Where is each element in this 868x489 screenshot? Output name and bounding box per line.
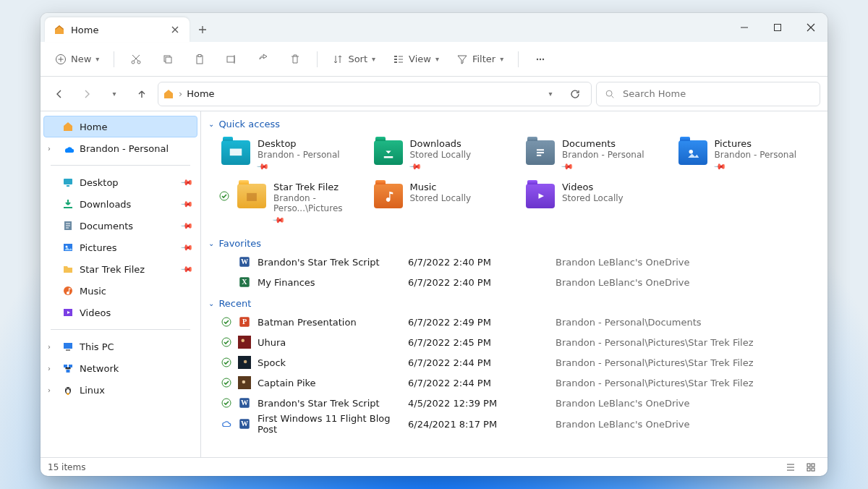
file-name: Batman Presentation	[258, 317, 405, 328]
filter-button-label: Filter	[472, 54, 495, 64]
file-name: First Windows 11 Flight Blog Post	[258, 413, 405, 435]
file-row[interactable]: Spock6/7/2022 2:44 PMBrandon - Personal\…	[218, 352, 823, 373]
file-row[interactable]: Captain Pike6/7/2022 2:44 PMBrandon - Pe…	[218, 373, 823, 393]
navigation-pane: Home›Brandon - PersonalDesktop📌Downloads…	[41, 111, 201, 457]
sidebar-item-documents[interactable]: Documents📌	[43, 215, 197, 237]
details-view-toggle[interactable]	[781, 460, 800, 475]
plus-circle-icon	[55, 54, 67, 65]
nav-recent-dropdown[interactable]: ▾	[103, 82, 126, 106]
sidebar-item-downloads[interactable]: Downloads📌	[43, 193, 197, 215]
sidebar-item-this pc[interactable]: ›This PC	[43, 336, 197, 357]
sidebar-item-label: Star Trek Filez	[80, 264, 145, 275]
sidebar-item-brandon - personal[interactable]: ›Brandon - Personal	[43, 137, 197, 159]
pin-icon: 📌	[408, 160, 422, 174]
item-subtitle: Stored Locally	[410, 193, 472, 203]
cut-button[interactable]	[122, 47, 150, 72]
section-quick-access-header[interactable]: ⌄Quick access	[205, 116, 823, 132]
svg-text:X: X	[242, 278, 247, 286]
sidebar-item-linux[interactable]: ›Linux	[43, 379, 197, 401]
sidebar-item-desktop[interactable]: Desktop📌	[43, 171, 197, 193]
tab-home[interactable]: Home	[45, 17, 190, 42]
section-recent-header[interactable]: ⌄Recent	[205, 295, 823, 312]
chevron-down-icon: ▾	[95, 55, 99, 63]
nav-forward-button[interactable]	[75, 82, 98, 106]
search-box[interactable]	[596, 82, 820, 106]
address-history-button[interactable]: ▾	[539, 82, 562, 106]
quick-access-item[interactable]: DesktopBrandon - Personal📌	[218, 135, 365, 176]
sidebar-item-pictures[interactable]: Pictures📌	[43, 237, 197, 258]
tiles-view-toggle[interactable]	[801, 460, 820, 475]
quick-access-item[interactable]: PicturesBrandon - Personal📌	[676, 135, 822, 176]
svg-rect-17	[67, 185, 69, 187]
file-location: Brandon LeBlanc's OneDrive	[556, 257, 816, 268]
refresh-button[interactable]	[563, 82, 587, 106]
tab-close-button[interactable]	[168, 24, 182, 35]
svg-point-31	[67, 388, 68, 389]
chevron-right-icon[interactable]: ›	[48, 145, 51, 153]
address-bar[interactable]: › Home ▾	[158, 82, 592, 106]
svg-rect-60	[807, 468, 810, 471]
sidebar-item-music[interactable]: Music	[43, 280, 197, 302]
item-subtitle: Brandon - Personal	[258, 150, 340, 160]
rename-button[interactable]	[217, 47, 246, 72]
svg-rect-45	[238, 336, 251, 349]
breadcrumb-separator: ›	[179, 88, 182, 99]
item-title: Documents	[562, 138, 644, 149]
quick-access-item[interactable]: VideosStored Locally	[523, 179, 670, 228]
file-row[interactable]: XMy Finances6/7/2022 2:40 PMBrandon LeBl…	[218, 272, 823, 292]
svg-text:W: W	[241, 420, 248, 428]
new-button[interactable]: New ▾	[48, 47, 106, 72]
section-favorites-header[interactable]: ⌄Favorites	[205, 235, 823, 252]
paste-button[interactable]	[185, 47, 214, 72]
file-date: 6/7/2022 2:44 PM	[408, 357, 553, 368]
quick-access-item[interactable]: DownloadsStored Locally📌	[371, 135, 518, 176]
sidebar-item-home[interactable]: Home	[43, 116, 197, 137]
file-row[interactable]: Uhura6/7/2022 2:45 PMBrandon - Personal\…	[218, 332, 823, 352]
chevron-right-icon[interactable]: ›	[48, 386, 51, 394]
onedrive-icon	[62, 143, 74, 154]
more-button[interactable]	[526, 47, 555, 72]
quick-access-item[interactable]: Star Trek FilezBrandon - Perso...\Pictur…	[218, 179, 365, 228]
nav-up-button[interactable]	[130, 82, 153, 106]
file-row[interactable]: WBrandon's Star Trek Script4/5/2022 12:3…	[218, 393, 823, 413]
new-tab-button[interactable]	[190, 17, 216, 42]
breadcrumb-root[interactable]: Home	[187, 88, 214, 99]
file-location: Brandon LeBlanc's OneDrive	[556, 419, 816, 430]
delete-button[interactable]	[281, 47, 310, 72]
sidebar-item-label: Pictures	[80, 242, 116, 253]
sync-status-icon	[218, 398, 234, 408]
sort-button[interactable]: Sort ▾	[325, 47, 383, 72]
file-row[interactable]: WBrandon's Star Trek Script6/7/2022 2:40…	[218, 252, 823, 272]
filter-button[interactable]: Filter ▾	[449, 47, 511, 72]
sidebar-item-videos[interactable]: Videos	[43, 302, 197, 323]
minimize-button[interactable]	[728, 13, 761, 42]
item-title: Videos	[562, 182, 624, 192]
close-window-button[interactable]	[794, 13, 827, 42]
maximize-button[interactable]	[761, 13, 794, 42]
share-button[interactable]	[249, 47, 278, 72]
svg-rect-9	[394, 56, 397, 57]
file-name: Brandon's Star Trek Script	[258, 398, 405, 409]
item-count: 15 items	[48, 462, 85, 472]
rename-icon	[226, 54, 237, 65]
pin-icon: 📌	[179, 218, 193, 232]
sidebar-item-label: This PC	[80, 341, 114, 352]
quick-access-item[interactable]: DocumentsBrandon - Personal📌	[523, 135, 670, 176]
sort-icon	[332, 54, 344, 65]
sidebar-item-star trek filez[interactable]: Star Trek Filez📌	[43, 258, 197, 280]
svg-rect-36	[247, 193, 257, 201]
chevron-right-icon[interactable]: ›	[48, 343, 51, 351]
desktop-teal-icon	[221, 138, 250, 167]
file-row[interactable]: PBatman Presentation6/7/2022 2:49 PMBran…	[218, 312, 823, 332]
copy-button[interactable]	[153, 47, 182, 72]
chevron-right-icon[interactable]: ›	[48, 365, 51, 373]
quick-access-item[interactable]: MusicStored Locally	[371, 179, 518, 228]
file-row[interactable]: WFirst Windows 11 Flight Blog Post6/24/2…	[218, 413, 823, 433]
videos-icon	[62, 307, 74, 318]
search-input[interactable]	[621, 88, 812, 100]
view-button[interactable]: View ▾	[386, 47, 446, 72]
sidebar-item-network[interactable]: ›Network	[43, 357, 197, 379]
nav-back-button[interactable]	[48, 82, 71, 106]
tab-title: Home	[71, 25, 98, 35]
file-location: Brandon - Personal\Pictures\Star Trek Fi…	[556, 378, 816, 388]
